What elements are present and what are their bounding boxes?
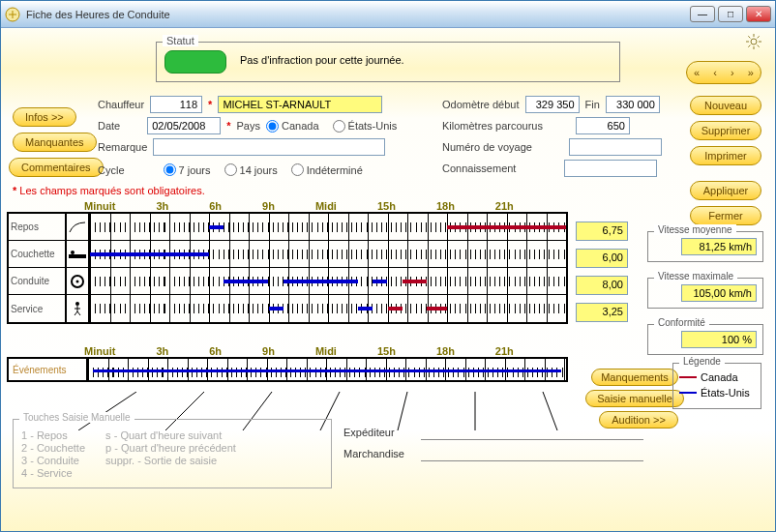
time-tick: 15h	[377, 200, 396, 212]
marchandise-input[interactable]	[421, 446, 643, 461]
time-tick: 21h	[495, 345, 514, 357]
events-chart: Minuit 3h 6h 9h Midi 15h 18h 21h Événeme…	[7, 345, 568, 382]
required-icon: *	[226, 120, 230, 132]
required-icon: *	[208, 99, 212, 110]
conn-input[interactable]	[564, 160, 657, 177]
minimize-button[interactable]: —	[690, 6, 715, 22]
manual-key: p - Quart d'heure précédent	[105, 442, 236, 455]
cycle-ind-radio[interactable]	[291, 163, 304, 176]
voyage-input[interactable]	[569, 138, 662, 156]
legend-label: Légende	[679, 356, 725, 367]
appliquer-button[interactable]: Appliquer	[690, 181, 761, 200]
repos-value: 6,75	[576, 222, 628, 241]
legend-us-swatch	[679, 392, 697, 394]
cycle-14-label: 14 jours	[240, 164, 278, 176]
conn-label: Connaissement	[442, 163, 516, 174]
manual-key: suppr. - Sortie de saisie	[105, 455, 236, 467]
time-tick: 9h	[262, 345, 275, 357]
service-value: 3,25	[576, 303, 628, 322]
row-service-label: Service	[9, 295, 67, 322]
maximize-button[interactable]: □	[718, 6, 743, 22]
expediteur-input[interactable]	[421, 425, 643, 440]
content: Statut Pas d'infraction pour cette journ…	[1, 28, 775, 531]
svg-rect-2	[69, 254, 86, 258]
time-header-events: Minuit 3h 6h 9h Midi 15h 18h 21h	[84, 345, 568, 357]
time-tick: 18h	[436, 345, 455, 357]
status-box: Statut Pas d'infraction pour cette journ…	[156, 42, 620, 82]
remarque-label: Remarque	[98, 141, 147, 153]
km-input[interactable]	[576, 117, 630, 134]
time-tick: 21h	[495, 200, 514, 212]
record-nav[interactable]: « ‹ › »	[686, 61, 761, 84]
manquements-button[interactable]: Manquements	[591, 369, 678, 386]
expediteur-label: Expéditeur	[343, 427, 421, 438]
app-window: Fiche des Heures de Conduite — □ ✕ Statu…	[0, 0, 776, 532]
manual-key: 3 - Conduite	[21, 455, 85, 467]
pays-us-label: États-Unis	[348, 120, 398, 132]
fin-input[interactable]	[606, 96, 660, 113]
pays-us-radio[interactable]	[333, 120, 345, 133]
close-button[interactable]: ✕	[746, 6, 771, 22]
remarque-input[interactable]	[153, 138, 385, 156]
cycle-14-radio[interactable]	[224, 163, 237, 176]
date-input[interactable]	[147, 117, 221, 134]
vitesse-moyenne-box: Vitesse moyenne 81,25 km/h	[647, 231, 763, 262]
nav-next-icon[interactable]: ›	[731, 67, 734, 78]
nav-first-icon[interactable]: «	[694, 67, 700, 78]
time-tick: 9h	[262, 200, 275, 212]
nouveau-button[interactable]: Nouveau	[690, 96, 761, 115]
manquantes-button[interactable]: Manquantes	[13, 133, 97, 152]
pays-label: Pays	[237, 120, 260, 132]
time-tick: 15h	[377, 345, 396, 357]
chauffeur-name-input[interactable]	[218, 96, 382, 113]
hours-chart: Minuit 3h 6h 9h Midi 15h 18h 21h Repos C…	[7, 200, 568, 324]
nav-prev-icon[interactable]: ‹	[713, 67, 717, 78]
legend-canada-label: Canada	[701, 371, 738, 383]
vmax-value: 105,00 km/h	[681, 284, 757, 302]
date-label: Date	[98, 120, 120, 132]
conf-value: 100 %	[681, 331, 757, 348]
imprimer-button[interactable]: Imprimer	[690, 146, 761, 165]
chauffeur-label: Chauffeur	[98, 99, 144, 110]
time-tick: 18h	[436, 200, 455, 212]
repos-icon	[67, 214, 90, 240]
odo-debut-input[interactable]	[525, 96, 580, 113]
gear-icon[interactable]	[746, 34, 761, 49]
supprimer-button[interactable]: Supprimer	[690, 121, 761, 140]
window-title: Fiche des Heures de Conduite	[26, 9, 690, 20]
infos-button[interactable]: Infos >>	[13, 107, 76, 127]
pays-canada-radio[interactable]	[266, 120, 279, 133]
svg-point-6	[75, 302, 79, 306]
vmax-label: Vitesse maximale	[654, 271, 737, 281]
time-tick: Midi	[315, 345, 337, 357]
status-text: Pas d'infraction pour cette journée.	[240, 54, 404, 66]
legend-us-label: États-Unis	[701, 387, 750, 399]
voyage-label: Numéro de voyage	[442, 141, 532, 153]
fermer-button[interactable]: Fermer	[690, 206, 761, 225]
nav-last-icon[interactable]: »	[748, 67, 754, 78]
status-label: Statut	[163, 35, 198, 46]
titlebar: Fiche des Heures de Conduite — □ ✕	[1, 1, 775, 28]
manual-key: 1 - Repos	[21, 429, 85, 442]
couchette-value: 6,00	[576, 249, 628, 268]
cycle-ind-label: Indéterminé	[307, 164, 363, 176]
vitesse-max-box: Vitesse maximale 105,00 km/h	[647, 278, 763, 309]
events-label: Événements	[9, 359, 88, 380]
shipping-box: Expéditeur Marchandise	[343, 425, 643, 467]
fin-label: Fin	[585, 99, 600, 110]
pays-canada-label: Canada	[282, 120, 319, 132]
odo-debut-label: Odomètre début	[442, 99, 520, 110]
chauffeur-id-input[interactable]	[150, 96, 202, 113]
vm-label: Vitesse moyenne	[654, 224, 736, 235]
cycle-7-label: 7 jours	[179, 164, 211, 176]
time-tick: 6h	[209, 345, 222, 357]
cycle-7-radio[interactable]	[164, 163, 176, 176]
marchandise-label: Marchandise	[343, 448, 421, 459]
commentaires-button[interactable]: Commentaires	[9, 158, 104, 177]
svg-point-3	[71, 251, 75, 254]
status-indicator	[164, 50, 226, 74]
time-header: Minuit 3h 6h 9h Midi 15h 18h 21h	[84, 200, 568, 212]
manual-title: Touches Saisie Manuelle	[19, 412, 134, 423]
manual-key: s - Quart d'heure suivant	[105, 429, 236, 442]
saisie-button[interactable]: Saisie manuelle	[585, 390, 684, 407]
